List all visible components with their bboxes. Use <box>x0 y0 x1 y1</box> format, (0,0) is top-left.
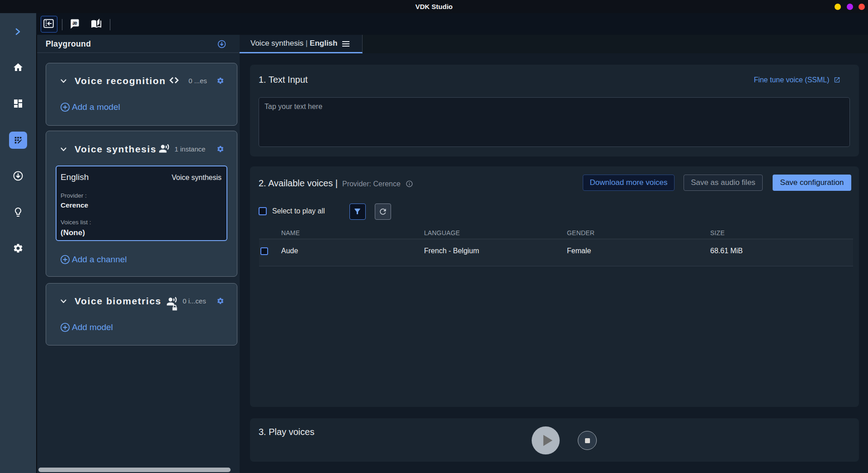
svg-text:æ: æ <box>72 20 77 26</box>
